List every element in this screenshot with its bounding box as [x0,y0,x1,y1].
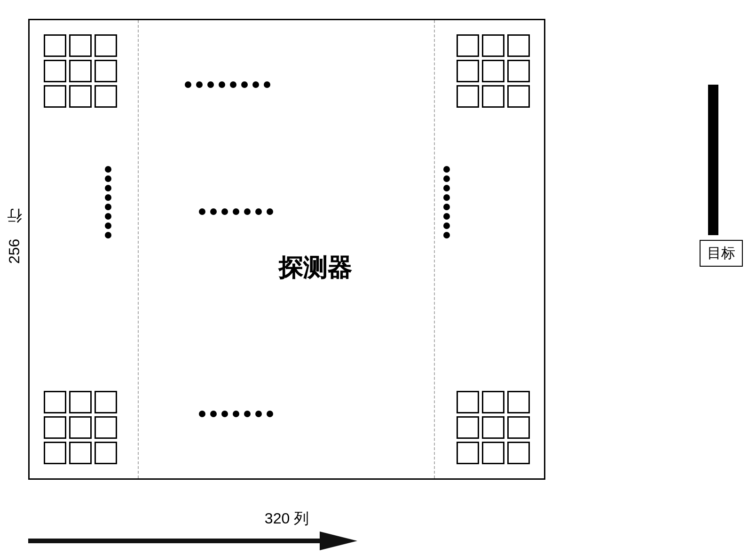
svg-rect-0 [28,539,320,543]
dots-top-row [185,81,270,88]
dashed-line-left [138,20,139,478]
squares-top-left [44,34,117,108]
dots-middle-row [199,208,273,215]
dots-left-col [105,166,111,238]
dots-bottom-row [199,411,273,417]
squares-bottom-left [44,391,117,464]
squares-bottom-right [457,391,530,464]
svg-marker-1 [320,531,357,550]
dashed-line-right [434,20,435,478]
row-count-label: 256 行 [4,19,24,480]
col-count-label: 320 列 [28,508,545,529]
squares-top-right [457,34,530,108]
detector-box: 探测器 [28,19,545,480]
target-bar [708,85,718,235]
dots-right-col [443,166,450,238]
target-label: 目标 [700,240,743,267]
bottom-arrow [28,531,357,550]
